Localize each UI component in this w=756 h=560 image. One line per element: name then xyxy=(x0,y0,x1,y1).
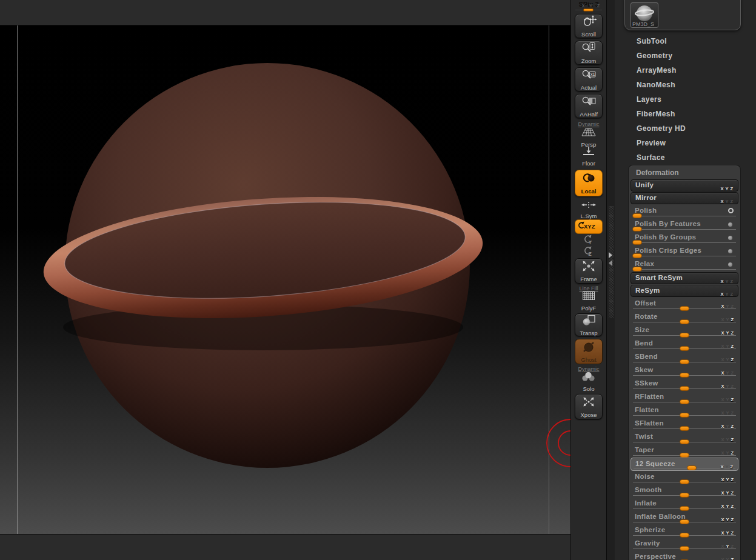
ghost-button[interactable]: Ghost xyxy=(575,339,603,364)
slider-handle[interactable] xyxy=(632,267,642,272)
axis-x-toggle[interactable]: X xyxy=(720,464,723,470)
deformation-slider-polish-by-groups[interactable]: Polish By Groups xyxy=(631,232,738,245)
subpalette-subtool[interactable]: SubTool xyxy=(615,34,756,48)
deformation-slider-polish[interactable]: Polish xyxy=(631,205,738,218)
scroll-button[interactable]: Scroll xyxy=(575,14,603,38)
axis-x-toggle[interactable]: X xyxy=(720,199,723,204)
mode-dot-icon[interactable] xyxy=(728,249,732,253)
tray-expand-icon[interactable] xyxy=(609,252,612,258)
deformation-slider-inflate-balloon[interactable]: Inflate BalloonXYZ xyxy=(631,511,738,524)
local-button[interactable]: Local xyxy=(575,170,603,196)
slider-handle[interactable] xyxy=(680,493,689,498)
slider-handle[interactable] xyxy=(680,439,689,444)
slider-track[interactable] xyxy=(633,415,736,416)
mode-dot-icon[interactable] xyxy=(728,262,732,267)
slider-handle[interactable] xyxy=(680,413,689,418)
actual-button[interactable]: x1Actual xyxy=(575,67,603,92)
deformation-button-resym[interactable]: ReSymXYZ xyxy=(631,285,738,297)
axis-toggles[interactable]: XYZ xyxy=(718,182,733,193)
slider-handle[interactable] xyxy=(680,506,689,511)
persp-button[interactable]: Persp xyxy=(575,127,603,145)
solo-button[interactable]: Solo xyxy=(575,372,603,390)
deformation-slider-taper[interactable]: TaperXYZ xyxy=(631,444,738,458)
deformation-slider-rflatten[interactable]: RFlattenXYZ xyxy=(631,391,738,404)
slider-track[interactable] xyxy=(634,468,735,468)
slider-track[interactable] xyxy=(633,388,736,389)
axis-y-toggle[interactable]: Y xyxy=(725,186,728,192)
slider-track[interactable] xyxy=(633,362,736,362)
axis-toggles[interactable]: XYZ xyxy=(719,553,734,560)
xyz-button[interactable]: XYZ xyxy=(575,219,603,234)
slider-handle[interactable] xyxy=(680,399,689,404)
deformation-slider-skew[interactable]: SkewXYZ xyxy=(631,364,738,378)
sculpt-viewport[interactable] xyxy=(0,25,570,534)
slider-track[interactable] xyxy=(633,256,736,256)
axis-z-toggle[interactable]: Z xyxy=(730,292,733,297)
slider-track[interactable] xyxy=(633,269,736,270)
deformation-slider-sskew[interactable]: SSkewXYZ xyxy=(631,378,738,391)
polyf-button[interactable]: PolyF xyxy=(575,292,603,310)
deformation-slider-rotate[interactable]: RotateXYZ xyxy=(631,311,738,324)
deformation-slider-polish-by-features[interactable]: Polish By Features xyxy=(631,218,738,232)
slider-track[interactable] xyxy=(633,495,736,496)
zoom-button[interactable]: Zoom xyxy=(575,41,603,65)
xpose-button[interactable]: Xpose xyxy=(575,394,603,419)
axis-z-toggle[interactable]: Z xyxy=(730,186,733,192)
slider-handle[interactable] xyxy=(680,453,689,458)
subpalette-fibermesh[interactable]: FiberMesh xyxy=(615,107,756,121)
lsym-button[interactable]: L.Sym xyxy=(575,201,603,218)
slider-handle[interactable] xyxy=(680,426,689,431)
axis-y-toggle[interactable]: Y xyxy=(725,292,728,297)
current-tool-thumbnail[interactable]: PM3D_S xyxy=(631,2,658,28)
axis-z-toggle[interactable]: Z xyxy=(730,279,733,284)
deformation-button-mirror[interactable]: MirrorXYZ xyxy=(631,192,738,204)
frame-button[interactable]: Frame xyxy=(575,258,603,284)
slider-track[interactable] xyxy=(633,442,736,442)
axis-z-toggle[interactable]: Z xyxy=(730,199,733,204)
axis-x-toggle[interactable]: X xyxy=(720,186,723,192)
axis-x-toggle[interactable]: X xyxy=(720,292,723,297)
axis-y-toggle[interactable]: Y xyxy=(726,557,729,560)
axis-toggles[interactable]: XYZ xyxy=(718,195,733,205)
deformation-slider-inflate[interactable]: InflateXYZ xyxy=(631,498,738,511)
deformation-slider-spherize[interactable]: SpherizeXYZ xyxy=(631,524,738,538)
subpalette-layers[interactable]: Layers xyxy=(615,92,756,107)
axis-y-toggle[interactable]: Y xyxy=(725,199,728,204)
slider-track[interactable] xyxy=(633,308,736,309)
deformation-slider-sbend[interactable]: SBendXYZ xyxy=(631,351,738,364)
slider-handle[interactable] xyxy=(687,465,697,470)
mode-radio-icon[interactable] xyxy=(728,208,734,213)
deformation-slider-noise[interactable]: NoiseXYZ xyxy=(631,471,738,484)
slider-handle[interactable] xyxy=(680,319,689,324)
slider-track[interactable] xyxy=(633,535,736,536)
slider-track[interactable] xyxy=(633,216,736,216)
axis-toggles[interactable]: XYZ xyxy=(718,275,733,285)
slider-handle[interactable] xyxy=(680,479,689,484)
slider-track[interactable] xyxy=(633,348,736,349)
deformation-slider-12-squeeze[interactable]: 12 SqueezeXYZ xyxy=(631,458,738,471)
axis-y-toggle[interactable]: Y xyxy=(725,279,728,284)
tray-collapse-icon[interactable] xyxy=(609,260,612,266)
aahalf-button[interactable]: AAHalf xyxy=(575,94,603,118)
slider-handle[interactable] xyxy=(632,240,642,245)
axis-z-toggle[interactable]: Z xyxy=(731,557,734,560)
deformation-slider-twist[interactable]: TwistXYZ xyxy=(631,431,738,444)
deformation-slider-perspective[interactable]: PerspectiveXYZ xyxy=(631,551,738,560)
deformation-slider-gravity[interactable]: GravityXYZ xyxy=(631,538,738,551)
deformation-slider-polish-crisp-edges[interactable]: Polish Crisp Edges xyxy=(631,245,738,258)
slider-handle[interactable] xyxy=(680,546,689,551)
slider-handle[interactable] xyxy=(680,333,689,338)
mode-dot-icon[interactable] xyxy=(728,236,732,240)
slider-track[interactable] xyxy=(633,229,736,230)
spix-slider-handle[interactable] xyxy=(583,8,594,12)
slider-track[interactable] xyxy=(633,335,736,336)
slider-handle[interactable] xyxy=(680,359,689,364)
slider-handle[interactable] xyxy=(680,306,689,311)
slider-handle[interactable] xyxy=(680,519,689,524)
spin-z-button[interactable]: Z xyxy=(575,247,603,258)
slider-handle[interactable] xyxy=(632,253,642,258)
axis-toggles[interactable]: XYZ xyxy=(718,460,733,471)
slider-track[interactable] xyxy=(633,548,736,549)
axis-z-toggle[interactable]: Z xyxy=(730,464,733,470)
slider-track[interactable] xyxy=(633,522,736,522)
